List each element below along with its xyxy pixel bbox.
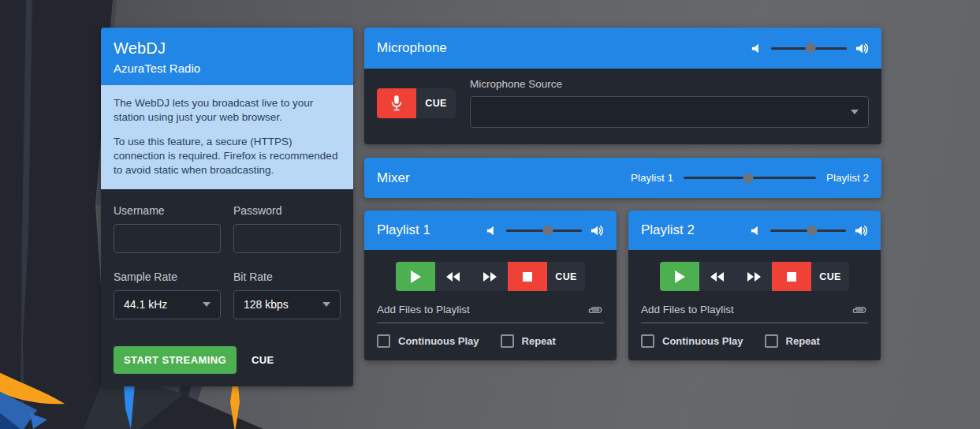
repeat-label: Repeat [522,335,556,347]
repeat-option: Repeat [765,334,820,348]
microphone-cue-button[interactable]: CUE [416,88,456,118]
microphone-source-select[interactable] [470,96,869,128]
sample-rate-value: 44.1 kHz [124,298,167,311]
playlist-1-cue-button[interactable]: CUE [547,262,585,291]
repeat-option: Repeat [501,334,556,348]
continuous-play-option: Continuous Play [377,334,479,348]
play-icon [411,270,421,283]
username-field[interactable] [114,224,221,253]
repeat-checkbox[interactable] [501,334,514,348]
stop-icon [787,272,796,282]
continuous-play-checkbox[interactable] [377,334,390,348]
playlist-1-volume-slider[interactable] [506,229,582,232]
microphone-toggle-button[interactable] [377,88,416,118]
microphone-volume-thumb[interactable] [805,43,815,54]
rewind-icon [446,272,460,282]
repeat-checkbox[interactable] [765,334,778,348]
playlist-1-header: Playlist 1 [364,211,617,250]
playlist-1-options: Continuous Play Repeat [377,334,604,348]
continuous-play-label: Continuous Play [398,335,479,347]
stop-button[interactable] [508,262,547,291]
playlist-1-transport: CUE [377,262,604,291]
bit-rate-select[interactable]: 128 kbps [233,290,341,319]
add-files-label: Add Files to Playlist [641,304,734,315]
bit-rate-label: Bit Rate [233,270,341,283]
add-files-label: Add Files to Playlist [377,304,470,315]
microphone-card: Microphone CUE Microphone Source [364,28,881,144]
playlist-2-title: Playlist 2 [641,222,695,238]
chevron-down-icon [851,110,859,114]
password-label: Password [233,204,341,217]
mixer-balance-control: Playlist 1 Playlist 2 [631,172,869,184]
paperclip-icon [851,305,868,315]
mixer-title: Mixer [377,170,410,186]
playlist-2-transport: CUE [641,262,868,291]
microphone-source-label: Microphone Source [470,78,869,90]
microphone-volume-slider[interactable] [771,47,847,50]
playlist-2-volume-slider[interactable] [770,229,846,232]
mixer-right-label: Playlist 2 [826,172,869,184]
playlist-2-cue-button[interactable]: CUE [811,262,849,291]
continuous-play-checkbox[interactable] [641,334,654,348]
play-icon [675,270,685,283]
microphone-body: CUE Microphone Source [364,69,881,140]
playlist-1-volume-thumb[interactable] [542,226,553,236]
volume-up-icon [591,224,604,237]
password-field[interactable] [233,224,341,253]
bit-rate-value: 128 kbps [244,298,289,311]
rewind-icon [710,272,725,282]
microphone-icon [390,95,403,112]
play-button[interactable] [660,262,699,291]
sample-rate-select[interactable]: 44.1 kHz [114,290,221,319]
play-button[interactable] [396,262,435,291]
repeat-label: Repeat [786,335,820,347]
webdj-info-box: The WebDJ lets you broadcast live to you… [101,85,353,189]
chevron-down-icon [203,302,211,307]
playlist-1-card: Playlist 1 CUE Add Files to Playlist [364,211,617,360]
stop-icon [523,272,532,282]
playlist-1-volume-control [486,224,604,237]
continuous-play-label: Continuous Play [662,335,743,347]
playlist-1-title: Playlist 1 [377,222,430,238]
playlist-1-add-files-button[interactable]: Add Files to Playlist [377,304,604,323]
mixer-left-label: Playlist 1 [631,172,673,184]
sample-rate-label: Sample Rate [114,270,221,283]
start-streaming-button[interactable]: START STREAMING [114,346,237,374]
volume-up-icon [855,224,868,237]
playlist-2-body: CUE Add Files to Playlist Continuous Pla… [628,250,881,360]
microphone-title: Microphone [377,40,447,56]
info-paragraph-1: The WebDJ lets you broadcast live to you… [114,96,341,125]
playlist-2-volume-control [750,224,868,237]
paperclip-icon [587,305,604,315]
webdj-header: WebDJ AzuraTest Radio [101,28,353,85]
playlist-2-header: Playlist 2 [628,211,881,250]
mixer-balance-thumb[interactable] [743,173,754,183]
playlist-1-body: CUE Add Files to Playlist Continuous Pla… [364,250,617,360]
info-paragraph-2: To use this feature, a secure (HTTPS) co… [114,135,341,178]
webdj-card: WebDJ AzuraTest Radio The WebDJ lets you… [101,28,353,386]
playlist-2-card: Playlist 2 CUE Add Files to Playlist [628,211,881,360]
next-button[interactable] [471,262,508,291]
volume-mute-icon [750,225,762,237]
page-title: WebDJ [114,39,341,58]
chevron-down-icon [322,302,330,307]
stream-cue-button[interactable]: CUE [252,354,274,366]
mixer-balance-slider[interactable] [684,177,816,179]
fast-forward-icon [483,272,497,282]
mixer-card: Mixer Playlist 1 Playlist 2 [364,158,881,198]
stop-button[interactable] [772,262,811,291]
previous-button[interactable] [699,262,736,291]
webdj-form: Username Password Sample Rate 44.1 kHz B… [101,189,353,386]
playlist-2-volume-thumb[interactable] [807,226,817,236]
username-label: Username [114,204,221,217]
previous-button[interactable] [435,262,471,291]
station-name: AzuraTest Radio [114,62,341,75]
next-button[interactable] [736,262,772,291]
playlist-2-options: Continuous Play Repeat [641,334,868,348]
volume-mute-icon [751,43,762,54]
microphone-volume-control [751,42,869,55]
microphone-header: Microphone [364,28,881,69]
volume-mute-icon [486,225,497,237]
playlist-2-add-files-button[interactable]: Add Files to Playlist [641,304,868,323]
continuous-play-option: Continuous Play [641,334,743,348]
